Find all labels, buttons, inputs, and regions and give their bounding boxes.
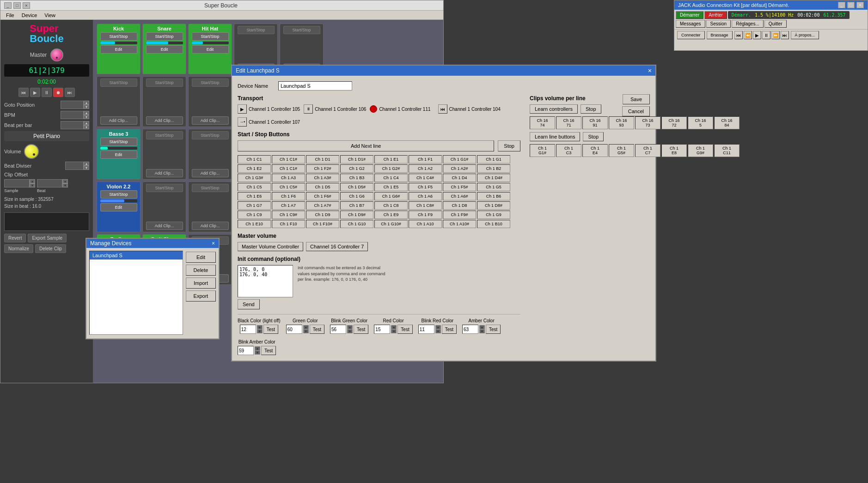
midi-cell-14[interactable]: Ch 1 A2# bbox=[443, 164, 476, 173]
midi-cell-26[interactable]: Ch 1 D5 bbox=[306, 183, 339, 191]
midi-cell-35[interactable]: Ch 1 G6 bbox=[340, 192, 373, 200]
midi-cell-62[interactable]: Ch 1 A10# bbox=[443, 220, 476, 228]
midi-cell-25[interactable]: Ch 1 C5# bbox=[272, 183, 305, 191]
revert-btn[interactable]: Revert bbox=[4, 234, 26, 242]
track-ss-btn-17[interactable]: Start/Stop bbox=[192, 184, 229, 192]
ch-cell-top-4[interactable]: Ch 16 73 bbox=[635, 116, 660, 129]
color-test-btn-6[interactable]: Test bbox=[261, 346, 276, 355]
color-spin-down-6[interactable]: ▼ bbox=[255, 350, 260, 355]
manage-edit-btn[interactable]: Edit bbox=[186, 252, 216, 263]
midi-cell-50[interactable]: Ch 1 D9 bbox=[306, 211, 339, 219]
ch-cell-top-1[interactable]: Ch 16 71 bbox=[556, 116, 581, 129]
color-input-2[interactable] bbox=[330, 325, 346, 334]
color-spin-down-5[interactable]: ▼ bbox=[479, 329, 485, 333]
midi-cell-44[interactable]: Ch 1 C8 bbox=[374, 201, 408, 210]
color-test-btn-3[interactable]: Test bbox=[397, 325, 412, 334]
transport-forward-btn[interactable]: →• bbox=[238, 117, 247, 127]
ch-cell-bottom-0[interactable]: Ch 1 G1# bbox=[530, 144, 555, 157]
color-input-0[interactable] bbox=[240, 325, 256, 334]
midi-cell-42[interactable]: Ch 1 A7# bbox=[306, 201, 339, 210]
transport-pause[interactable]: ⏸ bbox=[42, 88, 52, 97]
volume-knob[interactable] bbox=[24, 144, 39, 159]
midi-cell-41[interactable]: Ch 1 A7 bbox=[272, 201, 305, 210]
midi-cell-38[interactable]: Ch 1 A6# bbox=[443, 192, 476, 200]
midi-cell-12[interactable]: Ch 1 G2# bbox=[374, 164, 408, 173]
color-test-btn-4[interactable]: Test bbox=[442, 325, 457, 334]
midi-cell-47[interactable]: Ch 1 D8# bbox=[477, 201, 510, 210]
transport-play[interactable]: ▶ bbox=[30, 88, 40, 97]
ch-cell-top-5[interactable]: Ch 16 72 bbox=[661, 116, 687, 129]
export-sample-btn[interactable]: Export Sample bbox=[28, 234, 67, 242]
main-close-btn[interactable]: × bbox=[23, 2, 30, 9]
jack-transport-prev[interactable]: ⏮ bbox=[734, 31, 743, 39]
midi-cell-23[interactable]: Ch 1 D4# bbox=[477, 174, 510, 182]
midi-cell-32[interactable]: Ch 1 E6 bbox=[238, 192, 271, 200]
midi-cell-19[interactable]: Ch 1 B3 bbox=[340, 174, 373, 182]
midi-cell-4[interactable]: Ch 1 E1 bbox=[374, 155, 408, 163]
ch-cell-top-3[interactable]: Ch 16 93 bbox=[609, 116, 634, 129]
learn-controllers-btn[interactable]: Learn controllers bbox=[530, 104, 578, 114]
track-ss-btn-4[interactable]: Start/Stop bbox=[283, 26, 320, 34]
ch-cell-bottom-5[interactable]: Ch 1 E8 bbox=[661, 144, 687, 157]
jack-minimize-btn[interactable]: _ bbox=[838, 2, 845, 8]
track-edit-btn-10[interactable]: Edit bbox=[100, 151, 137, 159]
goto-spin-up[interactable]: ▲ bbox=[84, 101, 89, 105]
track-ss-btn-0[interactable]: Start/Stop bbox=[100, 32, 137, 41]
track-ss-btn-1[interactable]: Start/Stop bbox=[146, 32, 183, 41]
transport-forward[interactable]: ⏭ bbox=[65, 88, 75, 97]
manage-delete-btn[interactable]: Delete bbox=[186, 265, 216, 276]
midi-cell-40[interactable]: Ch 1 G7 bbox=[238, 201, 271, 210]
stop-line-btn[interactable]: Stop bbox=[583, 132, 604, 141]
jack-maximize-btn[interactable]: □ bbox=[847, 2, 855, 8]
track-ss-btn-15[interactable]: Start/Stop bbox=[100, 190, 137, 199]
master-volume-btn[interactable]: Master Volume Controller bbox=[238, 242, 303, 251]
midi-cell-57[interactable]: Ch 1 F10 bbox=[272, 220, 305, 228]
menu-device[interactable]: Device bbox=[18, 12, 41, 18]
delete-clip-btn[interactable]: Delete Clip bbox=[35, 244, 66, 253]
jack-messages-btn[interactable]: Messages bbox=[676, 20, 705, 28]
manage-close-btn[interactable]: × bbox=[212, 240, 215, 247]
track-edit-btn-0[interactable]: Edit bbox=[100, 45, 137, 54]
color-spin-down-0[interactable]: ▼ bbox=[257, 329, 263, 333]
color-spin-up-0[interactable]: ▲ bbox=[257, 325, 263, 329]
jack-demarrer-btn[interactable]: Démarrer bbox=[676, 11, 703, 19]
track-add-clip-btn-17[interactable]: Add Clip... bbox=[192, 222, 229, 230]
ch-cell-bottom-7[interactable]: Ch 1 C11 bbox=[714, 144, 740, 157]
midi-cell-43[interactable]: Ch 1 B7 bbox=[340, 201, 373, 210]
ch-cell-bottom-4[interactable]: Ch 1 C7 bbox=[635, 144, 660, 157]
send-btn[interactable]: Send bbox=[238, 299, 260, 309]
track-add-clip-btn-6[interactable]: Add Clip... bbox=[146, 116, 183, 125]
midi-cell-15[interactable]: Ch 1 B2 bbox=[477, 164, 510, 173]
midi-cell-53[interactable]: Ch 1 F9 bbox=[409, 211, 442, 219]
ch-cell-top-7[interactable]: Ch 16 84 bbox=[714, 116, 740, 129]
transport-rewind-btn[interactable]: ⏮ bbox=[438, 104, 447, 114]
offset-beat-spin-down[interactable]: ▼ bbox=[62, 183, 68, 187]
color-spin-down-2[interactable]: ▼ bbox=[347, 329, 353, 333]
midi-cell-29[interactable]: Ch 1 F5 bbox=[409, 183, 442, 191]
ch-cell-bottom-3[interactable]: Ch 1 G5# bbox=[609, 144, 634, 157]
device-item-launchpad[interactable]: Launchpad S bbox=[90, 251, 183, 260]
jack-brassage-btn[interactable]: Brassage bbox=[707, 31, 733, 39]
color-spin-down-3[interactable]: ▼ bbox=[391, 329, 397, 333]
midi-cell-9[interactable]: Ch 1 C1# bbox=[272, 164, 305, 173]
midi-cell-28[interactable]: Ch 1 E5 bbox=[374, 183, 408, 191]
jack-transport-rew[interactable]: ⏪ bbox=[744, 31, 752, 39]
midi-cell-1[interactable]: Ch 1 C1# bbox=[272, 155, 305, 163]
jack-reglages-btn[interactable]: Réglages... bbox=[732, 20, 764, 28]
track-ss-btn-5[interactable]: Start/Stop bbox=[100, 78, 137, 87]
init-textarea[interactable]: 176, 0, 0 176, 0, 40 bbox=[238, 265, 293, 297]
save-btn[interactable]: Save bbox=[623, 94, 650, 104]
transport-rewind[interactable]: ⏮ bbox=[18, 88, 29, 97]
transport-record-btn[interactable] bbox=[370, 105, 377, 113]
midi-cell-27[interactable]: Ch 1 D5# bbox=[340, 183, 373, 191]
ch-cell-top-0[interactable]: Ch 16 74 bbox=[530, 116, 555, 129]
ch-cell-top-2[interactable]: Ch 16 91 bbox=[582, 116, 608, 129]
color-spin-up-3[interactable]: ▲ bbox=[391, 325, 397, 329]
bpb-input[interactable]: 4 bbox=[61, 121, 84, 129]
beat-diviser-spin-down[interactable]: ▼ bbox=[84, 166, 89, 170]
midi-cell-61[interactable]: Ch 1 A10 bbox=[409, 220, 442, 228]
beat-diviser-spin-up[interactable]: ▲ bbox=[84, 162, 89, 166]
midi-cell-52[interactable]: Ch 1 E9 bbox=[374, 211, 408, 219]
track-edit-btn-15[interactable]: Edit bbox=[100, 203, 137, 211]
jack-close-btn[interactable]: × bbox=[856, 2, 864, 8]
